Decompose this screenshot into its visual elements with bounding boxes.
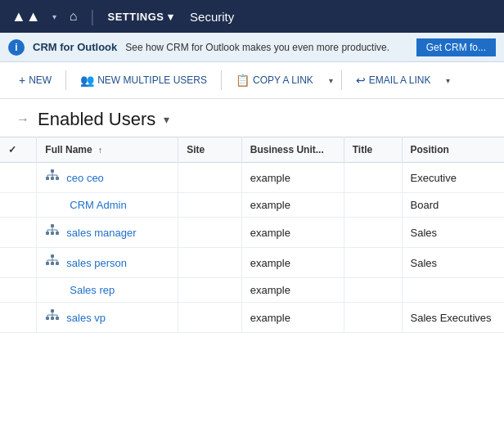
- get-crm-button[interactable]: Get CRM fo...: [416, 38, 496, 56]
- copy-link-button[interactable]: 📋 COPY A LINK: [227, 69, 322, 92]
- svg-rect-26: [51, 317, 54, 320]
- plus-icon: +: [19, 74, 25, 87]
- new-button[interactable]: + NEW: [10, 69, 61, 92]
- row-check-cell[interactable]: [0, 163, 37, 193]
- svg-rect-11: [56, 232, 59, 235]
- row-title-cell: [344, 248, 402, 278]
- copy-link-chevron-icon[interactable]: ▾: [326, 71, 336, 90]
- action-toolbar: + NEW 👥 NEW MULTIPLE USERS 📋 COPY A LINK…: [0, 62, 504, 99]
- column-header-business-unit[interactable]: Business Unit...: [241, 137, 344, 163]
- fullname-value[interactable]: sales person: [66, 257, 127, 269]
- row-check-cell[interactable]: [0, 278, 37, 303]
- fullname-value[interactable]: ceo ceo: [66, 172, 104, 184]
- svg-rect-9: [46, 232, 49, 235]
- row-site-cell: [178, 248, 242, 278]
- email-icon: ↩: [356, 74, 366, 87]
- row-fullname-cell: ceo ceo: [37, 163, 178, 193]
- row-fullname-cell: CRM Admin: [37, 193, 178, 218]
- svg-rect-27: [56, 317, 59, 320]
- row-title-cell: [344, 278, 402, 303]
- svg-rect-19: [56, 262, 59, 265]
- new-label: NEW: [29, 74, 52, 86]
- header-arrow-icon: →: [16, 112, 29, 127]
- row-title-cell: [344, 303, 402, 333]
- page-title-dropdown-icon[interactable]: ▾: [164, 113, 169, 126]
- table-header: ✓ Full Name ↑ Site Business Unit... Titl…: [0, 137, 504, 163]
- column-header-position[interactable]: Position: [402, 137, 504, 163]
- email-link-button[interactable]: ↩ EMAIL A LINK: [347, 69, 440, 92]
- row-business-unit-cell: example: [241, 278, 344, 303]
- table-row[interactable]: sales person example Sales: [0, 248, 504, 278]
- row-site-cell: [178, 163, 242, 193]
- row-check-cell[interactable]: [0, 193, 37, 218]
- row-fullname-cell: sales vp: [37, 303, 178, 333]
- crm-banner-title: CRM for Outlook: [33, 41, 117, 53]
- check-all-icon[interactable]: ✓: [8, 144, 16, 155]
- business-unit-label: Business Unit...: [250, 144, 324, 155]
- svg-rect-10: [51, 232, 54, 235]
- column-header-site[interactable]: Site: [178, 137, 242, 163]
- email-link-chevron-icon[interactable]: ▾: [443, 71, 453, 90]
- fullname-value[interactable]: Sales rep: [70, 284, 115, 296]
- page-title: Enabled Users: [38, 109, 155, 130]
- svg-rect-0: [51, 169, 54, 173]
- row-business-unit-cell: example: [241, 218, 344, 248]
- row-position-cell: Sales: [402, 248, 504, 278]
- nav-home-icon[interactable]: ⌂: [63, 6, 84, 27]
- fullname-label: Full Name: [45, 144, 92, 155]
- nav-divider-1: |: [87, 7, 97, 26]
- fullname-value[interactable]: sales manager: [66, 227, 136, 239]
- row-business-unit-cell: example: [241, 193, 344, 218]
- row-check-cell[interactable]: [0, 248, 37, 278]
- nav-logo-chevron[interactable]: ▾: [49, 11, 60, 23]
- row-business-unit-cell: example: [241, 163, 344, 193]
- table-row[interactable]: Sales rep example: [0, 278, 504, 303]
- user-hierarchy-icon: [45, 254, 60, 272]
- position-label: Position: [411, 144, 449, 155]
- svg-rect-3: [56, 177, 59, 180]
- table-row[interactable]: CRM Admin example Board: [0, 193, 504, 218]
- title-label: Title: [353, 144, 372, 155]
- row-fullname-cell: sales manager: [37, 218, 178, 248]
- info-icon: i: [8, 39, 25, 56]
- row-position-cell: Sales Executives: [402, 303, 504, 333]
- fullname-value[interactable]: sales vp: [66, 312, 106, 324]
- new-multiple-users-button[interactable]: 👥 NEW MULTIPLE USERS: [71, 69, 216, 92]
- svg-rect-2: [51, 177, 54, 180]
- svg-rect-24: [51, 309, 54, 313]
- fullname-value[interactable]: CRM Admin: [70, 199, 126, 211]
- row-check-cell[interactable]: [0, 303, 37, 333]
- table-row[interactable]: ceo ceo example Executive: [0, 163, 504, 193]
- settings-menu-button[interactable]: SETTINGS ▾: [101, 7, 181, 26]
- toolbar-divider-1: [65, 70, 66, 90]
- top-navigation: ▲▲ ▾ ⌂ | SETTINGS ▾ Security: [0, 0, 504, 33]
- user-hierarchy-icon: [45, 223, 60, 241]
- svg-rect-8: [51, 224, 54, 227]
- crm-outlook-banner: i CRM for Outlook See how CRM for Outloo…: [0, 33, 504, 62]
- email-link-label: EMAIL A LINK: [369, 74, 431, 86]
- svg-rect-1: [46, 177, 49, 180]
- page-header: → Enabled Users ▾: [0, 99, 504, 137]
- copy-icon: 📋: [236, 74, 250, 87]
- row-check-cell[interactable]: [0, 218, 37, 248]
- svg-rect-17: [46, 262, 49, 265]
- row-fullname-cell: Sales rep: [37, 278, 178, 303]
- row-site-cell: [178, 303, 242, 333]
- row-title-cell: [344, 218, 402, 248]
- app-logo: ▲▲: [7, 5, 46, 29]
- row-title-cell: [344, 163, 402, 193]
- users-table: ✓ Full Name ↑ Site Business Unit... Titl…: [0, 137, 504, 333]
- sort-ascending-icon: ↑: [98, 146, 102, 155]
- table-row[interactable]: sales manager example Sales: [0, 218, 504, 248]
- row-position-cell: [402, 278, 504, 303]
- settings-chevron-icon: ▾: [168, 11, 174, 23]
- multiple-users-icon: 👥: [80, 74, 94, 87]
- column-header-title[interactable]: Title: [344, 137, 402, 163]
- table-row[interactable]: sales vp example Sales Executives: [0, 303, 504, 333]
- column-header-check[interactable]: ✓: [0, 137, 37, 163]
- row-business-unit-cell: example: [241, 248, 344, 278]
- table-body: ceo ceo example Executive CRM Admin exam…: [0, 163, 504, 333]
- column-header-fullname[interactable]: Full Name ↑: [37, 137, 178, 163]
- toolbar-divider-2: [221, 70, 222, 90]
- site-label: Site: [187, 144, 205, 155]
